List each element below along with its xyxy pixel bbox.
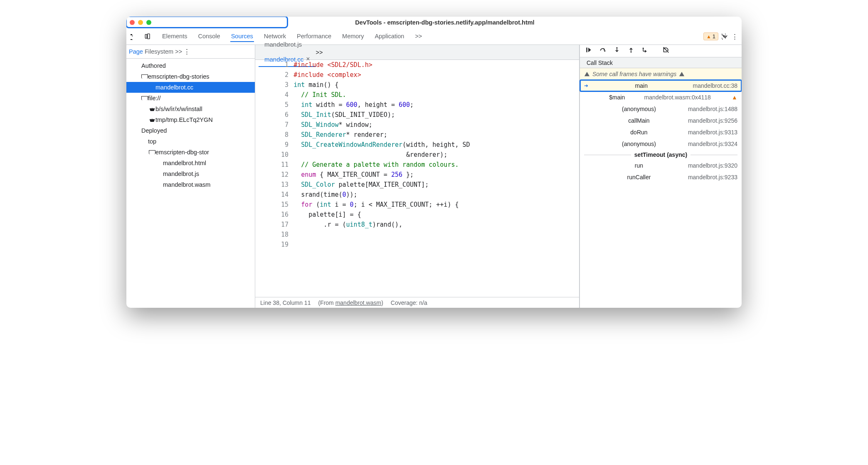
- maximize-window-button[interactable]: [146, 20, 151, 25]
- tree-item-emscripten-dbg-stor[interactable]: emscripten-dbg-stor: [126, 147, 255, 158]
- gutter-line-6[interactable]: 6: [277, 110, 293, 120]
- step-into-icon[interactable]: [613, 47, 621, 54]
- deactivate-breakpoints-icon[interactable]: [662, 47, 670, 54]
- gutter-line-10[interactable]: 10: [277, 150, 293, 160]
- tree-item-mandelbrot-js[interactable]: mandelbrot.js: [126, 168, 255, 179]
- memory-tab[interactable]: Memory: [341, 31, 365, 42]
- gutter-line-17[interactable]: 17: [277, 220, 293, 230]
- deployed-icon: [135, 127, 141, 134]
- code-line-2: #include <complex>: [293, 70, 470, 80]
- navigator-more-icon[interactable]: ⋮: [184, 48, 190, 55]
- tree-item-tmp-tmp-ELcTq2YGN[interactable]: tmp/tmp.ELcTq2YGN: [126, 114, 255, 125]
- tree-item-label: file://: [148, 95, 161, 101]
- frame-location: mandelbrot.js:9320: [688, 162, 737, 169]
- gutter-line-11[interactable]: 11: [277, 160, 293, 170]
- tree-item-b-s-w-ir-x-w-install[interactable]: b/s/w/ir/x/w/install: [126, 104, 255, 114]
- gutter-line-12[interactable]: 12: [277, 170, 293, 180]
- cursor-position: Line 38, Column 11: [260, 299, 311, 306]
- gutter-line-15[interactable]: 15: [277, 200, 293, 210]
- gutter-line-14[interactable]: 14: [277, 190, 293, 200]
- gutter-line-5[interactable]: 5: [277, 100, 293, 110]
- gutter-line-16[interactable]: 16: [277, 210, 293, 220]
- navigator-tabs: Page Filesystem >> ⋮: [126, 45, 255, 59]
- minimize-window-button[interactable]: [138, 20, 143, 25]
- page-nav-tab[interactable]: Page: [129, 48, 143, 55]
- nav-tabs-overflow-button[interactable]: >>: [175, 48, 182, 55]
- frame-location: mandelbrot.js:9313: [688, 129, 737, 136]
- file-tab-mandelbrot-js[interactable]: mandelbrot.js: [259, 37, 316, 52]
- frame-name: (anonymous): [622, 141, 656, 147]
- tree-item-mandelbrot-html[interactable]: mandelbrot.html: [126, 158, 255, 168]
- console-tab[interactable]: Console: [197, 31, 221, 42]
- tree-item-mandelbrot-cc[interactable]: mandelbrot.cc: [126, 82, 255, 93]
- frame-location: mandelbrot.js:9324: [688, 141, 737, 147]
- gutter-line-4[interactable]: 4: [277, 90, 293, 100]
- call-stack-frame--anonymous-[interactable]: ➜(anonymous)mandelbrot.js:9324: [580, 138, 742, 150]
- tabs-overflow-button[interactable]: >>: [414, 31, 423, 42]
- step-out-icon[interactable]: [627, 47, 635, 54]
- window-titlebar: DevTools - emscripten-dbg-stories.netlif…: [126, 17, 742, 28]
- source-from-link[interactable]: mandelbrot.wasm: [335, 299, 382, 306]
- gutter-line-18[interactable]: 18: [277, 230, 293, 240]
- devtools-toolbar: Elements Console Sources Network Perform…: [126, 28, 742, 45]
- call-stack-frame-doRun[interactable]: ➜doRunmandelbrot.js:9313: [580, 126, 742, 138]
- code-line-8: SDL_Window* window;: [293, 120, 470, 130]
- call-stack-frame-run[interactable]: ➜runmandelbrot.js:9320: [580, 160, 742, 171]
- call-stack-label: Call Stack: [587, 59, 613, 66]
- gutter-line-2[interactable]: 2: [277, 70, 293, 80]
- gutter-line-8[interactable]: 8: [277, 130, 293, 140]
- file-icon: [149, 84, 155, 91]
- code-line-15: SDL_Color palette[MAX_ITER_COUNT];: [293, 180, 470, 190]
- tree-item-emscripten-dbg-stories[interactable]: emscripten-dbg-stories: [126, 71, 255, 82]
- step-over-icon[interactable]: [599, 47, 607, 54]
- frame-name: callMain: [628, 117, 649, 124]
- filesystem-nav-tab[interactable]: Filesystem: [145, 48, 173, 55]
- toolbar-right-group: ▲ 1 ⋮: [703, 32, 738, 40]
- svg-point-12: [643, 47, 644, 49]
- warnings-badge[interactable]: ▲ 1: [703, 32, 718, 40]
- tree-item-label: top: [148, 138, 156, 145]
- tree-item-Authored[interactable]: Authored: [126, 60, 255, 71]
- sources-tab[interactable]: Sources: [230, 31, 254, 42]
- more-tabs-icon[interactable]: >>: [316, 49, 323, 56]
- gutter-line-3[interactable]: 3: [277, 80, 293, 90]
- tree-item-mandelbrot-wasm[interactable]: mandelbrot.wasm: [126, 179, 255, 190]
- frame-name: (anonymous): [622, 106, 656, 112]
- code-line-10: SDL_CreateWindowAndRenderer(width, heigh…: [293, 140, 470, 150]
- call-stack-frame--main[interactable]: ➜$mainmandelbrot.wasm:0x4118▲: [580, 92, 742, 103]
- tree-item-file---[interactable]: file://: [126, 93, 255, 104]
- gutter-line-13[interactable]: 13: [277, 180, 293, 190]
- file-tabs-row: mandelbrot.jsmandelbrot.cc× >>: [255, 45, 579, 60]
- navigator-pane: Page Filesystem >> ⋮ Authoredemscripten-…: [126, 45, 255, 308]
- tree-item-label: Deployed: [141, 127, 167, 134]
- editor-pane: mandelbrot.jsmandelbrot.cc× >> 123456789…: [255, 45, 579, 308]
- device-toolbar-icon[interactable]: [144, 33, 150, 40]
- call-stack-frame-runCaller[interactable]: ➜runCallermandelbrot.js:9233: [580, 171, 742, 183]
- settings-icon[interactable]: [722, 33, 728, 40]
- code-line-7: SDL_Init(SDL_INIT_VIDEO);: [293, 110, 470, 120]
- call-stack-header[interactable]: Call Stack: [580, 57, 742, 68]
- code-editor[interactable]: 12345678910111213141516171819 #include <…: [255, 60, 579, 297]
- inspect-element-icon[interactable]: [130, 33, 136, 40]
- code-content[interactable]: #include <SDL2/SDL.h>#include <complex>i…: [293, 60, 470, 297]
- group-icon: [135, 62, 141, 69]
- coverage-info: Coverage: n/a: [391, 299, 427, 306]
- step-icon[interactable]: [641, 47, 649, 54]
- frame-name: doRun: [630, 129, 647, 136]
- application-tab[interactable]: Application: [374, 31, 405, 42]
- tree-item-top[interactable]: top: [126, 136, 255, 147]
- frame-location: mandelbrot.js:9256: [688, 117, 737, 124]
- call-stack-frame-main[interactable]: ➜mainmandelbrot.cc:38: [580, 80, 742, 92]
- resume-icon[interactable]: [585, 47, 592, 54]
- more-icon[interactable]: ⋮: [732, 33, 738, 40]
- elements-tab[interactable]: Elements: [161, 31, 188, 42]
- svg-point-10: [616, 47, 617, 49]
- call-stack-frame--anonymous-[interactable]: ➜(anonymous)mandelbrot.js:1488: [580, 103, 742, 115]
- close-window-button[interactable]: [130, 20, 135, 25]
- gutter-line-1[interactable]: 1: [277, 60, 293, 70]
- tree-item-Deployed[interactable]: Deployed: [126, 125, 255, 136]
- gutter-line-7[interactable]: 7: [277, 120, 293, 130]
- gutter-line-19[interactable]: 19: [277, 240, 293, 250]
- call-stack-frame-callMain[interactable]: ➜callMainmandelbrot.js:9256: [580, 115, 742, 126]
- gutter-line-9[interactable]: 9: [277, 140, 293, 150]
